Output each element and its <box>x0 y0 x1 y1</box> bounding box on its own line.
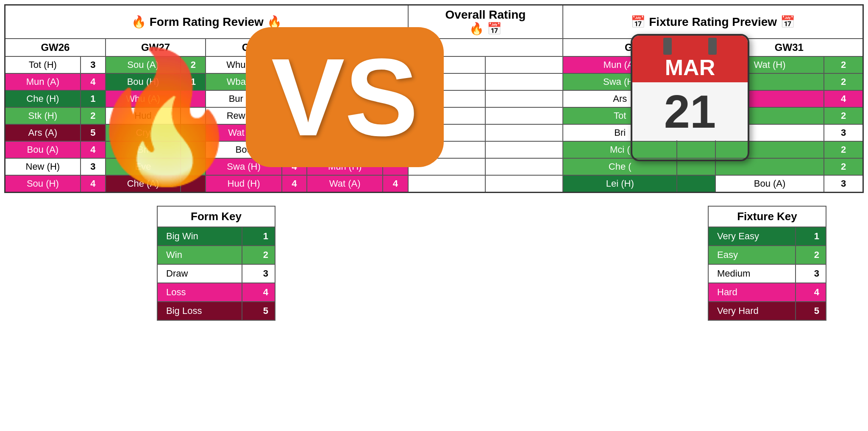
table-row <box>383 56 408 73</box>
table-row: Mun (A) <box>5 73 81 90</box>
table-row: Swa (H) <box>563 73 677 90</box>
list-item: Loss <box>157 283 242 302</box>
table-row: 4 <box>282 175 307 193</box>
table-row: Che (H) <box>5 90 81 107</box>
table-row <box>677 73 715 90</box>
table-row: Bur (H) <box>206 90 281 107</box>
list-item: 3 <box>796 264 826 283</box>
table-row <box>181 141 206 158</box>
overall-col <box>485 141 563 158</box>
table-row <box>715 141 824 158</box>
table-row: 4 <box>282 158 307 175</box>
table-row: 3 <box>282 107 307 124</box>
table-row: Stk (H) <box>5 107 81 124</box>
table-row: Ars (A) <box>5 124 81 141</box>
table-row: Wba (A) <box>206 73 281 90</box>
overall-col <box>408 56 486 73</box>
form-key-table: Form Key Big Win1Win2Draw3Loss4Big Loss5 <box>157 206 275 321</box>
table-row: 4 <box>282 124 307 141</box>
table-row: 2 <box>282 90 307 107</box>
table-row <box>181 107 206 124</box>
table-row <box>181 158 206 175</box>
list-item: Win <box>157 246 242 264</box>
table-row: Bur (A) <box>307 124 383 141</box>
table-row: Sou (A) <box>106 56 181 73</box>
table-row: 3 <box>824 124 863 141</box>
table-row: Wat (A) <box>307 175 383 193</box>
form-review-header: 🔥 Form Rating Review 🔥 <box>5 5 408 39</box>
list-item: 5 <box>796 302 826 320</box>
table-row: Mun (A) <box>563 56 677 73</box>
table-row: Eve <box>106 158 181 175</box>
calendar-icon-fixture-left: 📅 <box>631 15 645 28</box>
table-row: Cry <box>106 124 181 141</box>
fire-icon-right: 🔥 <box>267 15 282 28</box>
gw30-header: GW30 <box>563 39 715 56</box>
table-row: Che (A) <box>106 175 181 193</box>
gw31-header: GW31 <box>715 39 863 56</box>
list-item: Easy <box>708 246 796 264</box>
overall-col <box>408 141 486 158</box>
table-row: Che ( <box>563 158 677 175</box>
fire-icon-overall: 🔥 <box>469 22 484 35</box>
table-row: 2 <box>824 107 863 124</box>
table-row <box>181 175 206 193</box>
table-row: 4 <box>81 141 106 158</box>
list-item: 1 <box>242 227 275 246</box>
fire-icon-left: 🔥 <box>131 15 146 28</box>
overall-col <box>485 175 563 193</box>
fixture-preview-header: 📅 Fixture Rating Preview 📅 <box>563 5 863 39</box>
table-row: 5 <box>81 124 106 141</box>
table-row: Wat (H) <box>715 56 824 73</box>
overall-col <box>485 107 563 124</box>
table-row <box>677 90 715 107</box>
table-row: Sou (H) <box>5 175 81 193</box>
calendar-icon-overall: 📅 <box>487 22 502 35</box>
list-item: Big Loss <box>157 302 242 320</box>
gw27-header: GW27 <box>106 39 206 56</box>
table-row: Rew (H) <box>206 107 281 124</box>
table-row <box>677 158 715 175</box>
list-item: Big Win <box>157 227 242 246</box>
table-row: 2 <box>824 158 863 175</box>
table-row: Lei (H) <box>563 175 677 193</box>
list-item: Very Hard <box>708 302 796 320</box>
table-row <box>181 90 206 107</box>
table-row: Whu (H) <box>206 56 281 73</box>
table-row: 4 <box>81 175 106 193</box>
table-row: 4 <box>81 73 106 90</box>
list-item: Hard <box>708 283 796 302</box>
table-row <box>383 90 408 107</box>
table-row: 3 <box>81 158 106 175</box>
overall-col <box>485 90 563 107</box>
list-item: 1 <box>796 227 826 246</box>
table-row <box>677 175 715 193</box>
gw29-header: GW29 <box>307 39 408 56</box>
table-row: 4 <box>677 56 715 73</box>
table-row: Bri <box>563 124 677 141</box>
table-row: 2 <box>824 73 863 90</box>
overall-col <box>408 175 486 193</box>
main-ratings-table: 🔥 Form Rating Review 🔥 Overall Rating 🔥 … <box>4 4 864 193</box>
table-row: 4 <box>824 90 863 107</box>
table-row: Wat (A) <box>206 124 281 141</box>
table-row: Sou (A) <box>307 141 383 158</box>
table-row <box>383 124 408 141</box>
table-row: 3 <box>824 175 863 193</box>
fixture-key-table: Fixture Key Very Easy1Easy2Medium3Hard4V… <box>708 206 826 321</box>
table-row: 1 <box>181 73 206 90</box>
table-row <box>181 124 206 141</box>
list-item: Draw <box>157 264 242 283</box>
table-row <box>383 141 408 158</box>
table-row: 2 <box>81 107 106 124</box>
table-row: Bou (H) <box>106 73 181 90</box>
table-row: 1 <box>282 56 307 73</box>
table-row: 1 <box>81 90 106 107</box>
table-row <box>383 107 408 124</box>
list-item: 5 <box>242 302 275 320</box>
table-row: 3 <box>282 141 307 158</box>
overall-col <box>485 158 563 175</box>
table-row <box>715 124 824 141</box>
form-review-title: Form Rating Review <box>150 15 264 28</box>
table-row: Ars <box>563 90 677 107</box>
